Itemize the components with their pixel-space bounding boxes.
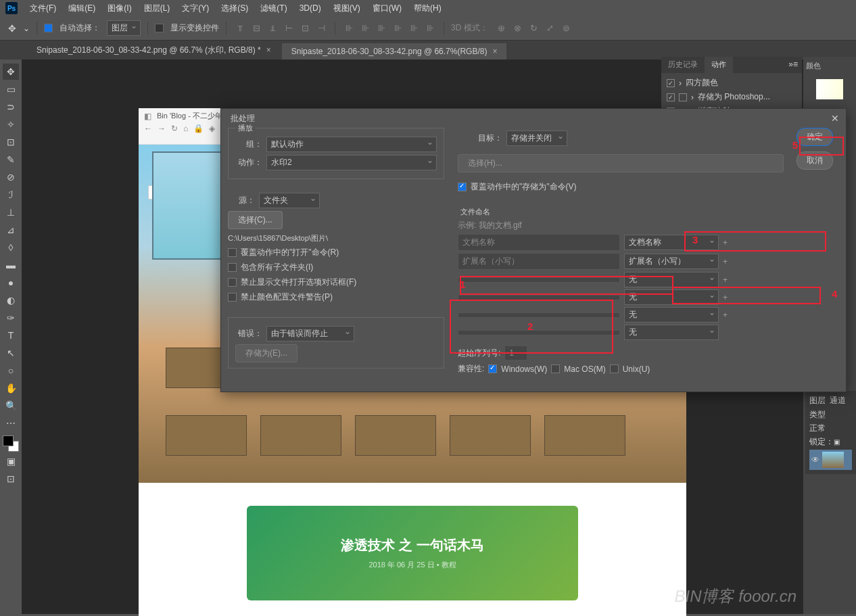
error-select[interactable]: 由于错误而停止 — [266, 326, 354, 341]
compat-mac-checkbox[interactable] — [551, 364, 560, 373]
stamp-tool[interactable]: ⊥ — [3, 204, 19, 220]
cancel-button[interactable]: 取消 — [796, 151, 833, 170]
menu-3d[interactable]: 3D(D) — [294, 1, 327, 15]
filename-field[interactable] — [458, 312, 620, 318]
menu-filter[interactable]: 滤镜(T) — [255, 1, 292, 16]
group-select[interactable]: 默认动作 — [266, 137, 437, 152]
align-left-icon[interactable]: ⊢ — [282, 22, 295, 35]
include-sub-checkbox[interactable] — [228, 263, 237, 272]
history-brush-tool[interactable]: ⊿ — [3, 222, 19, 238]
dist-icon[interactable]: ⊪ — [423, 22, 437, 35]
action-item[interactable]: ›四方颜色 — [664, 76, 799, 90]
doc-tab[interactable]: Snipaste_2018-06-30_08-33-42.png @ 66.7%… — [27, 41, 281, 60]
target-select[interactable]: 存储并关闭 — [506, 131, 567, 146]
history-tab[interactable]: 历史记录 — [661, 57, 705, 73]
align-hcenter-icon[interactable]: ⊡ — [298, 22, 312, 35]
panel-menu-icon[interactable]: »≡ — [784, 57, 802, 73]
layers-tab[interactable]: 图层 — [809, 395, 826, 406]
choose-target-button[interactable]: 选择(H)... — [458, 154, 784, 172]
filename-select[interactable]: 文档名称 — [624, 235, 719, 250]
override-save-checkbox[interactable] — [458, 183, 467, 191]
override-open-checkbox[interactable] — [228, 248, 237, 257]
close-icon[interactable]: × — [266, 45, 271, 55]
filename-select[interactable]: 无 — [624, 272, 719, 287]
eye-icon[interactable]: 👁 — [811, 455, 819, 465]
quickmask-tool[interactable]: ▣ — [3, 453, 19, 469]
move-tool[interactable]: ✥ — [3, 64, 19, 80]
menu-window[interactable]: 窗口(W) — [367, 1, 407, 16]
menu-view[interactable]: 视图(V) — [328, 1, 366, 16]
menu-text[interactable]: 文字(Y) — [176, 1, 214, 16]
crop-tool[interactable]: ⊡ — [3, 134, 19, 150]
filename-field[interactable] — [458, 277, 620, 283]
3d-icon[interactable]: ⊚ — [560, 22, 573, 35]
healing-tool[interactable]: ⊘ — [3, 169, 19, 185]
menu-select[interactable]: 选择(S) — [216, 1, 254, 16]
compat-win-checkbox[interactable] — [488, 364, 497, 373]
blur-tool[interactable]: ● — [3, 275, 19, 291]
autoselect-checkbox[interactable] — [44, 24, 53, 32]
action-select[interactable]: 水印2 — [266, 155, 437, 170]
align-bottom-icon[interactable]: ⫫ — [266, 22, 279, 35]
3d-icon[interactable]: ⊗ — [511, 22, 525, 35]
marquee-tool[interactable]: ▭ — [3, 81, 19, 97]
filename-select[interactable]: 无 — [624, 325, 719, 340]
color-panel-tab[interactable]: 颜色 — [803, 57, 856, 75]
actions-tab[interactable]: 动作 — [705, 57, 733, 73]
dist-icon[interactable]: ⊪ — [391, 22, 404, 35]
shape-tool[interactable]: ○ — [3, 362, 19, 379]
dist-icon[interactable]: ⊪ — [342, 22, 356, 35]
hand-tool[interactable]: ✋ — [3, 380, 19, 396]
choose-folder-button[interactable]: 选择(C)... — [228, 211, 283, 229]
dist-icon[interactable]: ⊪ — [358, 22, 372, 35]
filename-field[interactable] — [458, 330, 620, 335]
filename-select[interactable]: 无 — [624, 307, 719, 323]
gradient-tool[interactable]: ▬ — [3, 257, 19, 273]
dodge-tool[interactable]: ◐ — [3, 292, 19, 308]
dist-icon[interactable]: ⊪ — [375, 22, 388, 35]
3d-icon[interactable]: ⤢ — [544, 22, 557, 35]
menu-image[interactable]: 图像(I) — [102, 1, 137, 16]
pen-tool[interactable]: ✑ — [3, 310, 19, 326]
filename-field[interactable] — [458, 295, 620, 300]
wand-tool[interactable]: ✧ — [3, 116, 19, 133]
filename-select[interactable]: 扩展名（小写） — [624, 254, 719, 269]
suppress-color-checkbox[interactable] — [228, 293, 237, 302]
chevron-down-icon[interactable]: ⌄ — [23, 24, 30, 33]
eyedropper-tool[interactable]: ✎ — [3, 151, 19, 168]
path-tool[interactable]: ↖ — [3, 345, 19, 361]
action-item[interactable]: ›存储为 Photoshop... — [664, 90, 799, 104]
3d-icon[interactable]: ↻ — [527, 22, 541, 35]
menu-file[interactable]: 文件(F) — [24, 1, 62, 16]
channels-tab[interactable]: 通道 — [830, 395, 846, 406]
layer-row[interactable]: 👁 — [809, 450, 852, 470]
menu-edit[interactable]: 编辑(E) — [63, 1, 101, 16]
brush-tool[interactable]: ℐ — [3, 187, 19, 203]
filename-field[interactable]: 文档名称 — [458, 234, 620, 251]
start-number-input[interactable]: 1 — [504, 346, 527, 360]
more-tool[interactable]: ⋯ — [3, 415, 19, 431]
saveas-button[interactable]: 存储为(E)... — [235, 344, 298, 362]
filename-field[interactable]: 扩展名（小写） — [458, 253, 620, 270]
compat-unix-checkbox[interactable] — [610, 364, 619, 373]
close-icon[interactable]: × — [492, 47, 497, 56]
align-right-icon[interactable]: ⊣ — [314, 22, 328, 35]
type-tool[interactable]: T — [3, 327, 19, 343]
align-vcenter-icon[interactable]: ⊟ — [249, 22, 263, 35]
3d-icon[interactable]: ⊕ — [495, 22, 508, 35]
transform-checkbox[interactable] — [155, 24, 164, 32]
source-select[interactable]: 文件夹 — [259, 193, 320, 208]
screenmode-tool[interactable]: ⊡ — [3, 471, 19, 487]
menu-help[interactable]: 帮助(H) — [408, 1, 447, 16]
menu-layer[interactable]: 图层(L) — [139, 1, 176, 16]
eraser-tool[interactable]: ◊ — [3, 239, 19, 256]
suppress-open-checkbox[interactable] — [228, 278, 237, 287]
filename-select[interactable]: 无 — [624, 289, 719, 305]
lasso-tool[interactable]: ⊃ — [3, 99, 19, 115]
ok-button[interactable]: 确定 — [796, 128, 833, 146]
color-swatch[interactable] — [3, 435, 19, 452]
dist-icon[interactable]: ⊪ — [407, 22, 421, 35]
close-icon[interactable]: ✕ — [831, 113, 839, 124]
zoom-tool[interactable]: 🔍 — [3, 398, 19, 414]
doc-tab-active[interactable]: Snipaste_2018-06-30_08-33-42.png @ 66.7%… — [282, 43, 507, 60]
